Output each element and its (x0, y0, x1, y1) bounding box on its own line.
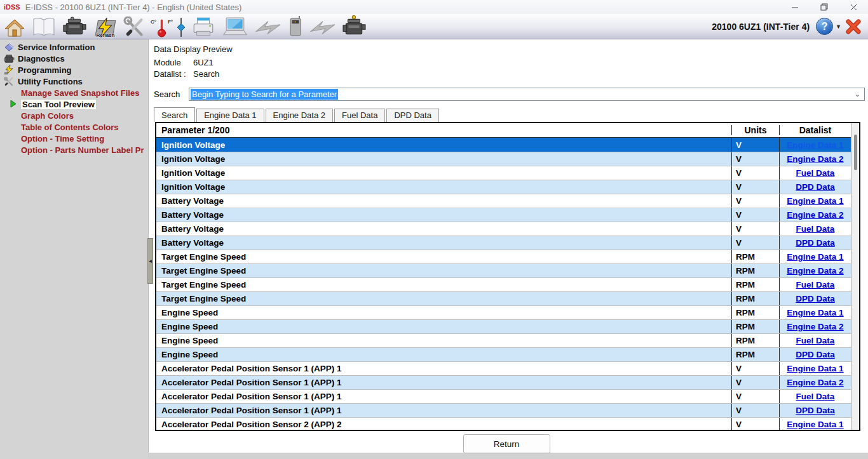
datalist-link[interactable]: DPD Data (796, 350, 835, 359)
help-dropdown-caret-icon[interactable]: ▼ (836, 23, 841, 30)
return-button[interactable]: Return (463, 434, 550, 453)
diamond-gauge-icon[interactable] (177, 15, 186, 38)
tab-strip: SearchEngine Data 1Engine Data 2Fuel Dat… (154, 107, 868, 122)
tab-search[interactable]: Search (154, 107, 195, 122)
sidebar-item-scan-tool-preview[interactable]: Scan Tool Preview (0, 98, 148, 110)
book-icon[interactable] (31, 15, 57, 38)
table-row[interactable]: Battery VoltageVEngine Data 2 (156, 208, 851, 222)
tab-dpd-data[interactable]: DPD Data (386, 109, 439, 122)
tab-fuel-data[interactable]: Fuel Data (334, 109, 385, 122)
table-row[interactable]: Ignition VoltageVFuel Data (156, 166, 851, 180)
main-panel: Data Display Preview Module 6UZ1 Datalis… (148, 39, 868, 453)
sidebar-collapse-handle[interactable]: ◄ (147, 238, 153, 284)
lightning-icon[interactable] (255, 15, 281, 38)
table-row[interactable]: Ignition VoltageVEngine Data 2 (156, 152, 851, 166)
engine-icon[interactable] (62, 15, 88, 38)
datalist-link[interactable]: Fuel Data (796, 392, 835, 401)
scan-tool-icon[interactable] (287, 15, 304, 38)
datalist-link[interactable]: Engine Data 2 (787, 322, 843, 331)
laptop-icon[interactable] (221, 15, 249, 38)
table-row[interactable]: Accelerator Pedal Position Sensor 1 (APP… (156, 375, 851, 389)
tab-engine-data-2[interactable]: Engine Data 2 (266, 109, 333, 122)
datalist-link[interactable]: Fuel Data (796, 280, 835, 289)
datalist-link[interactable]: DPD Data (796, 294, 835, 303)
page-title: Data Display Preview (154, 44, 868, 54)
datalist-link[interactable]: Engine Data 1 (787, 420, 843, 429)
home-icon[interactable] (4, 15, 25, 38)
sidebar-item-label: Option - Time Setting (21, 134, 104, 143)
datalist-cell: DPD Data (779, 180, 851, 194)
table-row[interactable]: Battery VoltageVEngine Data 1 (156, 194, 851, 208)
datalist-link[interactable]: Engine Data 1 (787, 364, 843, 373)
table-row[interactable]: Accelerator Pedal Position Sensor 1 (APP… (156, 389, 851, 403)
table-scrollbar-thumb[interactable] (854, 135, 857, 170)
table-row[interactable]: Target Engine SpeedRPMFuel Data (156, 277, 851, 291)
sidebar-item-graph-colors[interactable]: Graph Colors (0, 110, 148, 121)
search-input[interactable]: Begin Typing to Search for a Parameter ⌄ (189, 88, 865, 101)
table-row[interactable]: Battery VoltageVFuel Data (156, 222, 851, 236)
datalist-link[interactable]: Engine Data 1 (787, 140, 843, 150)
lightning-icon[interactable] (309, 15, 336, 38)
sidebar-item-programming[interactable]: Programming (0, 64, 148, 76)
datalist-link[interactable]: Fuel Data (796, 168, 835, 178)
table-row[interactable]: Ignition VoltageVDPD Data (156, 180, 851, 194)
parameter-cell: Battery Voltage (156, 222, 731, 236)
thermometer-celsius-label: C° (151, 19, 156, 25)
sidebar-item-label: Scan Tool Preview (21, 100, 96, 109)
datalist-cell: DPD Data (779, 404, 851, 417)
datalist-cell: Engine Data 1 (779, 250, 851, 263)
tools-icon[interactable] (123, 15, 146, 38)
table-row[interactable]: Target Engine SpeedRPMEngine Data 1 (156, 249, 851, 263)
datalist-link[interactable]: Engine Data 2 (787, 154, 843, 164)
datalist-cell: Fuel Data (779, 166, 851, 180)
datalist-link[interactable]: Engine Data 2 (787, 266, 843, 276)
sidebar-item-diagnostics[interactable]: Diagnostics (0, 53, 148, 64)
sidebar-item-manage-saved-snapshot-files[interactable]: Manage Saved Snapshot Files (0, 87, 148, 98)
exit-icon[interactable] (845, 18, 862, 35)
minimize-icon[interactable] (780, 0, 810, 14)
table-scrollbar[interactable] (851, 123, 859, 430)
table-row[interactable]: Engine SpeedRPMEngine Data 2 (156, 319, 851, 333)
datalist-link[interactable]: Engine Data 1 (787, 252, 843, 262)
datalist-link[interactable]: DPD Data (796, 238, 835, 248)
datalist-link[interactable]: Engine Data 1 (787, 308, 843, 317)
tab-engine-data-1[interactable]: Engine Data 1 (196, 109, 264, 122)
table-row[interactable]: Target Engine SpeedRPMEngine Data 2 (156, 263, 851, 277)
table-row[interactable]: Battery VoltageVDPD Data (156, 236, 851, 249)
chevron-down-icon[interactable]: ⌄ (855, 90, 860, 98)
units-cell: V (731, 194, 779, 208)
maximize-icon[interactable] (810, 0, 839, 14)
sidebar-item-option-parts-number-label-pr[interactable]: Option - Parts Number Label Pr (0, 144, 148, 156)
printer-icon[interactable] (191, 15, 215, 38)
datalist-link[interactable]: DPD Data (796, 406, 835, 415)
units-cell: RPM (731, 334, 779, 347)
sidebar-item-service-information[interactable]: Service Information (0, 41, 148, 53)
sidebar-item-utility-functions[interactable]: Utility Functions (0, 76, 148, 87)
table-row[interactable]: Target Engine SpeedRPMDPD Data (156, 291, 851, 305)
datalist-link[interactable]: Engine Data 2 (787, 210, 843, 220)
datalist-link[interactable]: Fuel Data (796, 336, 835, 345)
sidebar-item-label: Service Information (18, 43, 95, 52)
toolbar: Reflash C° F° 20100 (0, 14, 868, 39)
datalist-link[interactable]: Engine Data 1 (787, 196, 843, 206)
thermometer-icon[interactable]: C° F° (152, 15, 171, 38)
table-header: Parameter 1/200 Units Datalist (156, 123, 851, 138)
table-row[interactable]: Accelerator Pedal Position Sensor 1 (APP… (156, 403, 851, 417)
engine-icon[interactable] (342, 15, 367, 38)
table-row[interactable]: Accelerator Pedal Position Sensor 1 (APP… (156, 361, 851, 375)
sidebar-item-option-time-setting[interactable]: Option - Time Setting (0, 133, 148, 144)
sidebar-tree: Service InformationDiagnosticsProgrammin… (0, 39, 148, 459)
datalist-link[interactable]: Fuel Data (796, 224, 835, 234)
table-row[interactable]: Engine SpeedRPMDPD Data (156, 347, 851, 361)
table-row[interactable]: Engine SpeedRPMFuel Data (156, 333, 851, 347)
help-icon[interactable]: ? (816, 18, 833, 35)
datalist-link[interactable]: DPD Data (796, 182, 835, 192)
table-row[interactable]: Accelerator Pedal Position Sensor 2 (APP… (156, 417, 851, 431)
close-window-icon[interactable] (839, 0, 868, 14)
datalist-link[interactable]: Engine Data 2 (787, 378, 843, 387)
reflash-icon[interactable]: Reflash (93, 15, 118, 38)
units-cell: V (731, 222, 779, 236)
sidebar-item-table-of-contents-colors[interactable]: Table of Contents Colors (0, 121, 148, 133)
table-row[interactable]: Ignition VoltageVEngine Data 1 (156, 138, 851, 152)
table-row[interactable]: Engine SpeedRPMEngine Data 1 (156, 305, 851, 319)
